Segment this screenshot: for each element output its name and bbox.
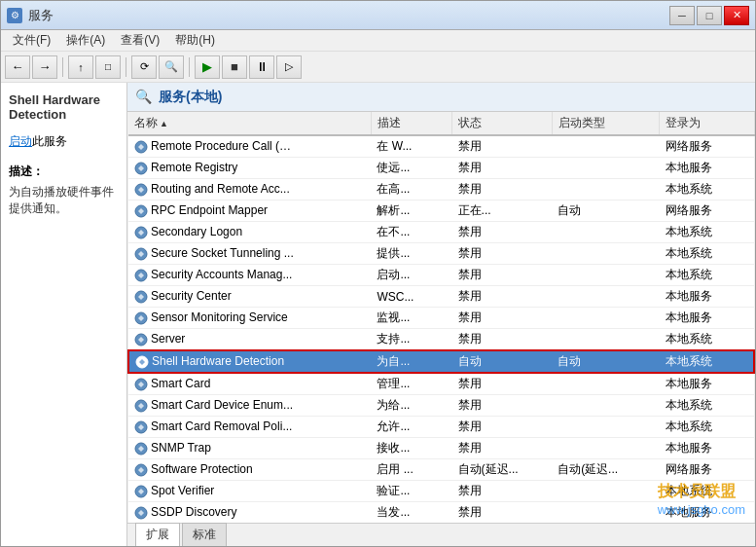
service-login: 本地系统 (660, 243, 754, 265)
service-startup (552, 179, 660, 201)
services-table[interactable]: 名称▲ 描述 状态 启动类型 登录为 Remote Procedure Call… (127, 112, 755, 523)
service-startup (552, 417, 660, 438)
service-name: Sensor Monitoring Service (128, 308, 371, 329)
service-status: 禁用 (452, 373, 553, 395)
table-row[interactable]: Secondary Logon 在不... 禁用 本地系统 (128, 222, 754, 243)
forward-button[interactable]: → (32, 55, 57, 79)
service-desc: 为自... (371, 350, 451, 373)
table-row[interactable]: SNMP Trap 接收... 禁用 本地服务 (128, 438, 754, 459)
service-status: 自动 (452, 350, 553, 373)
table-row[interactable]: Smart Card Removal Poli... 允许... 禁用 本地系统 (128, 417, 754, 438)
service-startup (552, 286, 660, 308)
table-row[interactable]: Security Accounts Manag... 启动... 禁用 本地系统 (128, 265, 754, 286)
table-row[interactable]: Remote Procedure Call (… 在 W... 禁用 网络服务 (128, 135, 754, 158)
run-button[interactable]: ▶ (195, 55, 220, 79)
service-desc: 管理... (371, 373, 451, 395)
table-row[interactable]: Secure Socket Tunneling ... 提供... 禁用 本地系… (128, 243, 754, 265)
service-desc: 当发... (371, 502, 451, 524)
window-title: 服务 (28, 7, 54, 24)
service-name: Spot Verifier (128, 481, 371, 502)
col-name-header[interactable]: 名称▲ (128, 112, 371, 135)
service-login: 本地服务 (660, 502, 754, 524)
service-startup (552, 222, 660, 243)
service-startup (552, 502, 660, 524)
service-name: Security Accounts Manag... (128, 265, 371, 286)
service-status: 禁用 (452, 481, 553, 502)
table-row[interactable]: Smart Card 管理... 禁用 本地服务 (128, 373, 754, 395)
table-row[interactable]: Routing and Remote Acc... 在高... 禁用 本地系统 (128, 179, 754, 201)
service-status: 自动(延迟... (452, 459, 553, 481)
tab-standard[interactable]: 标准 (182, 523, 227, 546)
show-hide-button[interactable]: □ (95, 55, 121, 79)
minimize-button[interactable]: ─ (669, 6, 695, 25)
service-startup (552, 481, 660, 502)
service-login: 本地系统 (660, 417, 754, 438)
table-row[interactable]: Sensor Monitoring Service 监视... 禁用 本地服务 (128, 308, 754, 329)
menu-help[interactable]: 帮助(H) (167, 30, 223, 51)
service-status: 禁用 (452, 308, 553, 329)
service-startup: 自动(延迟... (552, 459, 660, 481)
service-desc: 使远... (371, 158, 451, 179)
table-row[interactable]: Software Protection 启用 ... 自动(延迟... 自动(延… (128, 459, 754, 481)
restore-button[interactable]: □ (697, 6, 722, 25)
tab-expand[interactable]: 扩展 (135, 523, 180, 546)
service-login: 本地服务 (660, 308, 754, 329)
desc-label: 描述： (9, 164, 119, 180)
service-desc: 在高... (371, 179, 451, 201)
up-button[interactable]: ↑ (68, 55, 93, 79)
refresh-button[interactable]: ⟳ (131, 55, 157, 79)
service-login: 本地服务 (660, 438, 754, 459)
toolbar-separator-3 (189, 57, 190, 77)
toolbar-separator-1 (62, 57, 63, 77)
service-name: Server (128, 329, 371, 351)
left-panel: Shell Hardware Detection 启动此服务 描述： 为自动播放… (1, 83, 127, 546)
table-row[interactable]: Shell Hardware Detection 为自... 自动 自动 本地系… (128, 350, 754, 373)
table-row[interactable]: Server 支持... 禁用 本地系统 (128, 329, 754, 351)
start-service-link[interactable]: 启动 (9, 134, 32, 148)
table-row[interactable]: Smart Card Device Enum... 为给... 禁用 本地系统 (128, 395, 754, 417)
service-login: 本地系统 (660, 179, 754, 201)
menu-file[interactable]: 文件(F) (5, 30, 58, 51)
service-startup: 自动 (552, 350, 660, 373)
table-row[interactable]: Security Center WSC... 禁用 本地服务 (128, 286, 754, 308)
service-desc: 监视... (371, 308, 451, 329)
back-button[interactable]: ← (5, 55, 30, 79)
find-button[interactable]: 🔍 (159, 55, 184, 79)
table-row[interactable]: Spot Verifier 验证... 禁用 本地系统 (128, 481, 754, 502)
col-startup-header[interactable]: 启动类型 (552, 112, 660, 135)
service-status: 禁用 (452, 417, 553, 438)
col-status-header[interactable]: 状态 (452, 112, 553, 135)
service-desc: 在 W... (371, 135, 451, 158)
col-login-header[interactable]: 登录为 (660, 112, 754, 135)
service-name: Smart Card Removal Poli... (128, 417, 371, 438)
service-status: 禁用 (452, 286, 553, 308)
service-login: 本地系统 (660, 265, 754, 286)
resume-button[interactable]: ▷ (276, 55, 302, 79)
table-row[interactable]: Remote Registry 使远... 禁用 本地服务 (128, 158, 754, 179)
right-panel: 🔍 服务(本地) 名称▲ 描述 状态 启动类型 登录为 (127, 83, 755, 546)
service-startup: 自动 (552, 201, 660, 222)
service-startup (552, 158, 660, 179)
table-row[interactable]: SSDP Discovery 当发... 禁用 本地服务 (128, 502, 754, 524)
service-status: 禁用 (452, 329, 553, 351)
service-desc: 支持... (371, 329, 451, 351)
services-search-icon: 🔍 (135, 89, 153, 106)
table-row[interactable]: RPC Endpoint Mapper 解析... 正在... 自动 网络服务 (128, 201, 754, 222)
service-name: Secondary Logon (128, 222, 371, 243)
service-name: Remote Registry (128, 158, 371, 179)
menu-view[interactable]: 查看(V) (113, 30, 167, 51)
menu-action[interactable]: 操作(A) (58, 30, 113, 51)
selected-service-title: Shell Hardware Detection (9, 92, 119, 122)
table-header-row: 名称▲ 描述 状态 启动类型 登录为 (128, 112, 754, 135)
stop-button[interactable]: ■ (222, 55, 247, 79)
col-desc-header[interactable]: 描述 (371, 112, 451, 135)
service-name: Routing and Remote Acc... (128, 179, 371, 201)
service-status: 正在... (452, 201, 553, 222)
service-startup (552, 265, 660, 286)
close-button[interactable]: ✕ (724, 6, 749, 25)
bottom-tabs: 扩展 标准 (127, 523, 755, 546)
desc-text: 为自动播放硬件事件提供通知。 (9, 184, 119, 217)
pause-button[interactable]: ⏸ (249, 55, 274, 79)
service-name: Remote Procedure Call (… (128, 135, 371, 158)
service-name: Secure Socket Tunneling ... (128, 243, 371, 265)
